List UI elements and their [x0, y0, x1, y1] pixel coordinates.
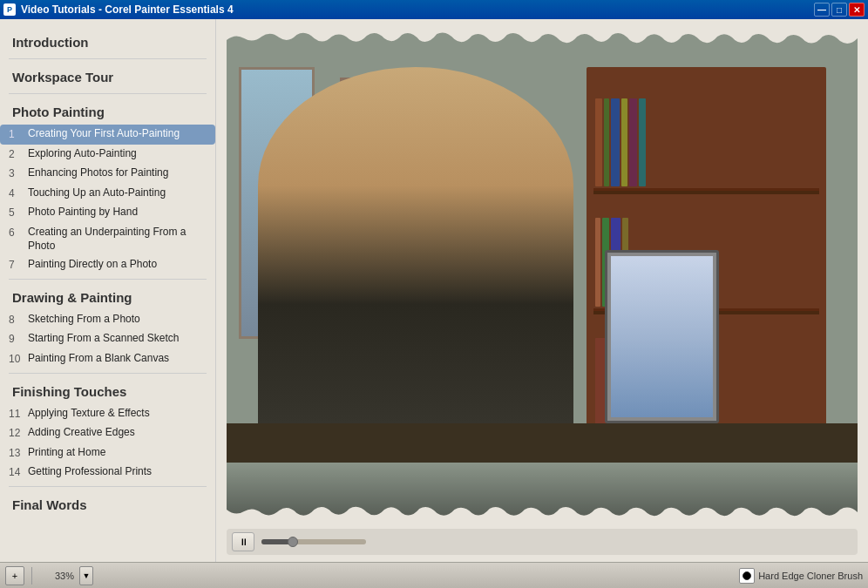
torn-edge-bottom	[227, 497, 858, 522]
item-number: 14	[9, 465, 28, 480]
divider-1	[9, 58, 207, 59]
item-label: Photo Painting by Hand	[28, 206, 207, 220]
main-content: Introduction Workspace Tour Photo Painti…	[0, 19, 868, 562]
finishing-touches-list: 11Applying Texture & Effects12Adding Cre…	[0, 404, 215, 483]
item-number: 6	[9, 226, 28, 240]
menu-item-4[interactable]: 4Touching Up an Auto-Painting	[0, 184, 215, 204]
brush-dot	[743, 571, 751, 580]
scroll-down-button[interactable]: ▼	[79, 566, 93, 585]
divider-2	[9, 93, 207, 94]
progress-thumb[interactable]	[288, 537, 298, 547]
brush-name-label: Hard Edge Cloner Brush	[758, 571, 863, 581]
window-title: Video Tutorials - Corel Painter Essentia…	[21, 3, 234, 16]
item-number: 13	[9, 446, 28, 461]
title-bar: P Video Tutorials - Corel Painter Essent…	[0, 0, 868, 19]
item-label: Painting Directly on a Photo	[28, 258, 207, 272]
item-label: Getting Professional Prints	[28, 465, 207, 479]
divider-4	[9, 373, 207, 374]
item-number: 8	[9, 313, 28, 328]
torn-top-svg	[227, 28, 858, 52]
torn-edge-top	[227, 28, 858, 52]
item-number: 4	[9, 186, 28, 201]
book	[611, 98, 620, 186]
menu-item-11[interactable]: 11Applying Texture & Effects	[0, 404, 215, 424]
video-area: ⏸	[216, 19, 868, 562]
section-finishing-touches: Finishing Touches	[0, 377, 215, 404]
video-frame[interactable]	[227, 28, 858, 522]
divider-3	[9, 279, 207, 280]
menu-item-6[interactable]: 6Creating an Underpainting From a Photo	[0, 223, 215, 255]
item-label: Creating an Underpainting From a Photo	[28, 226, 207, 253]
book	[621, 98, 627, 186]
scene-desk	[227, 423, 858, 463]
menu-item-10[interactable]: 10Painting From a Blank Canvas	[0, 349, 215, 369]
brush-preview	[739, 568, 755, 584]
item-label: Creating Your First Auto-Painting	[28, 127, 207, 141]
sidebar: Introduction Workspace Tour Photo Painti…	[0, 19, 216, 562]
menu-item-2[interactable]: 2Exploring Auto-Painting	[0, 145, 215, 165]
divider-5	[9, 486, 207, 487]
item-label: Touching Up an Auto-Painting	[28, 186, 207, 200]
item-number: 11	[9, 407, 28, 422]
menu-item-5[interactable]: 5Photo Painting by Hand	[0, 203, 215, 223]
item-label: Sketching From a Photo	[28, 313, 207, 327]
torn-bottom-svg	[227, 497, 858, 522]
book	[639, 98, 646, 186]
section-photo-painting: Photo Painting	[0, 98, 215, 125]
video-container	[227, 28, 858, 522]
title-bar-left: P Video Tutorials - Corel Painter Essent…	[3, 3, 234, 16]
book	[595, 98, 602, 186]
book	[595, 338, 606, 426]
menu-item-8[interactable]: 8Sketching From a Photo	[0, 310, 215, 330]
brush-indicator: Hard Edge Cloner Brush	[739, 568, 863, 584]
item-number: 12	[9, 426, 28, 441]
add-button[interactable]: +	[5, 566, 24, 585]
pause-button[interactable]: ⏸	[232, 532, 254, 551]
scene-person	[258, 67, 573, 463]
separator-1	[31, 567, 32, 585]
item-number: 3	[9, 166, 28, 181]
item-number: 7	[9, 258, 28, 273]
taskbar: + 33% ▼ Hard Edge Cloner Brush	[0, 562, 868, 588]
item-number: 10	[9, 352, 28, 367]
menu-item-1[interactable]: 1Creating Your First Auto-Painting	[0, 125, 215, 145]
minimize-button[interactable]: —	[814, 3, 830, 17]
menu-item-13[interactable]: 13Printing at Home	[0, 443, 215, 463]
section-introduction[interactable]: Introduction	[0, 28, 215, 55]
menu-item-9[interactable]: 9Starting From a Scanned Sketch	[0, 329, 215, 349]
zoom-text: 33%	[55, 571, 74, 581]
app-icon: P	[3, 3, 16, 16]
item-label: Applying Texture & Effects	[28, 407, 207, 421]
monitor-content	[611, 256, 712, 416]
item-number: 9	[9, 332, 28, 347]
close-button[interactable]: ✕	[849, 3, 865, 17]
item-label: Painting From a Blank Canvas	[28, 352, 207, 366]
book	[629, 98, 637, 186]
shelf-1	[593, 74, 819, 191]
item-label: Starting From a Scanned Sketch	[28, 332, 207, 346]
section-final-words[interactable]: Final Words	[0, 490, 215, 517]
drawing-painting-list: 8Sketching From a Photo9Starting From a …	[0, 310, 215, 369]
progress-slider[interactable]	[261, 539, 366, 544]
section-workspace-tour[interactable]: Workspace Tour	[0, 63, 215, 90]
book	[595, 218, 600, 306]
section-drawing-painting: Drawing & Painting	[0, 283, 215, 310]
menu-item-14[interactable]: 14Getting Professional Prints	[0, 463, 215, 483]
book	[604, 98, 609, 186]
item-label: Exploring Auto-Painting	[28, 147, 207, 161]
menu-item-12[interactable]: 12Adding Creative Edges	[0, 423, 215, 443]
monitor-screen	[611, 256, 712, 416]
item-label: Printing at Home	[28, 446, 207, 460]
photo-painting-list: 1Creating Your First Auto-Painting2Explo…	[0, 125, 215, 275]
menu-item-7[interactable]: 7Painting Directly on a Photo	[0, 255, 215, 275]
taskbar-right: Hard Edge Cloner Brush	[739, 568, 863, 584]
scene-monitor	[605, 250, 718, 422]
menu-item-3[interactable]: 3Enhancing Photos for Painting	[0, 164, 215, 184]
item-label: Adding Creative Edges	[28, 426, 207, 440]
zoom-value: 33%	[39, 571, 74, 581]
window-controls[interactable]: — □ ✕	[814, 3, 865, 17]
item-label: Enhancing Photos for Painting	[28, 166, 207, 180]
item-number: 1	[9, 127, 28, 142]
maximize-button[interactable]: □	[831, 3, 847, 17]
item-number: 5	[9, 206, 28, 220]
